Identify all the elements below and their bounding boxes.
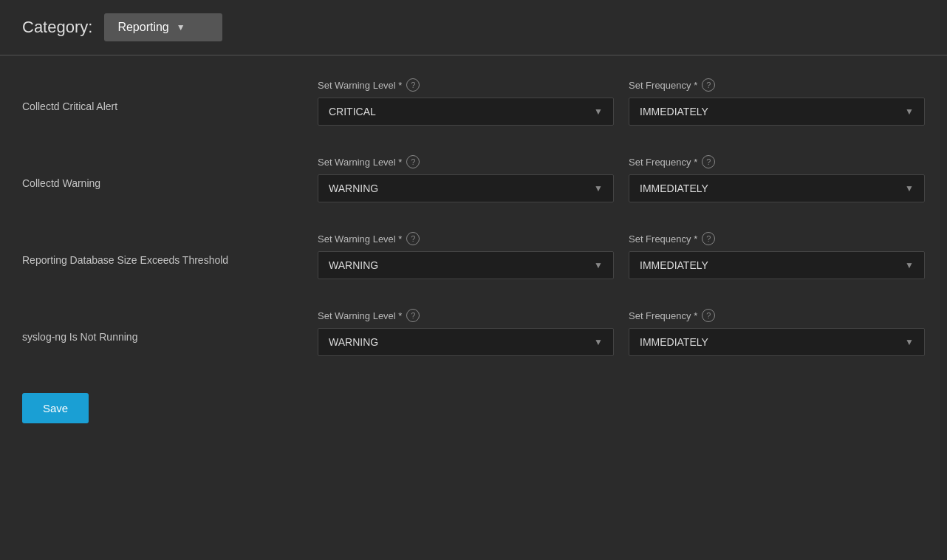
alert-name-collectd-warning: Collectd Warning [22,155,318,189]
warning-level-group-collectd-warning: Set Warning Level * ? WARNING ▼ [318,155,614,202]
frequency-help-icon-syslog-ng-not-running[interactable]: ? [702,309,715,322]
warning-level-label-reporting-db-size: Set Warning Level * ? [318,232,614,245]
frequency-label-collectd-critical-alert: Set Frequency * ? [629,78,925,92]
chevron-down-icon: ▼ [594,106,603,117]
warning-level-group-syslog-ng-not-running: Set Warning Level * ? WARNING ▼ [318,309,614,356]
alert-name-reporting-db-size: Reporting Database Size Exceeds Threshol… [22,232,318,266]
category-dropdown-label: Reporting [117,21,168,34]
warning-level-group-reporting-db-size: Set Warning Level * ? WARNING ▼ [318,232,614,279]
chevron-down-icon: ▼ [905,337,914,347]
frequency-group-collectd-critical-alert: Set Frequency * ? IMMEDIATELY ▼ [629,78,925,126]
alert-row: Collectd Warning Set Warning Level * ? W… [22,148,925,202]
warning-level-label-collectd-critical-alert: Set Warning Level * ? [318,78,614,92]
frequency-select-reporting-db-size[interactable]: IMMEDIATELY ▼ [629,251,925,279]
frequency-label-collectd-warning: Set Frequency * ? [629,155,925,168]
chevron-down-icon: ▼ [177,22,185,33]
frequency-group-reporting-db-size: Set Frequency * ? IMMEDIATELY ▼ [629,232,925,279]
warning-level-group-collectd-critical-alert: Set Warning Level * ? CRITICAL ▼ [318,78,614,126]
warning-level-label-syslog-ng-not-running: Set Warning Level * ? [318,309,614,322]
warning-level-help-icon-collectd-critical-alert[interactable]: ? [406,78,420,92]
warning-level-select-collectd-critical-alert[interactable]: CRITICAL ▼ [318,98,614,126]
frequency-value-collectd-critical-alert: IMMEDIATELY [640,106,708,117]
warning-level-select-syslog-ng-not-running[interactable]: WARNING ▼ [318,328,614,356]
warning-level-label-collectd-warning: Set Warning Level * ? [318,155,614,168]
frequency-help-icon-collectd-warning[interactable]: ? [702,155,715,168]
alert-row: Reporting Database Size Exceeds Threshol… [22,225,925,279]
chevron-down-icon: ▼ [594,183,603,194]
alert-row: syslog-ng Is Not Running Set Warning Lev… [22,301,925,356]
frequency-help-icon-reporting-db-size[interactable]: ? [702,232,715,245]
warning-level-value-syslog-ng-not-running: WARNING [329,336,378,348]
warning-level-help-icon-collectd-warning[interactable]: ? [406,155,420,168]
alert-controls-syslog-ng-not-running: Set Warning Level * ? WARNING ▼ Set Freq… [318,309,925,356]
warning-level-value-collectd-warning: WARNING [329,182,378,194]
chevron-down-icon: ▼ [905,260,914,270]
warning-level-value-collectd-critical-alert: CRITICAL [329,106,376,117]
category-label: Category: [22,18,92,37]
frequency-group-collectd-warning: Set Frequency * ? IMMEDIATELY ▼ [629,155,925,202]
warning-level-help-icon-syslog-ng-not-running[interactable]: ? [406,309,420,322]
chevron-down-icon: ▼ [594,260,603,270]
warning-level-select-collectd-warning[interactable]: WARNING ▼ [318,174,614,202]
chevron-down-icon: ▼ [905,183,914,194]
frequency-select-syslog-ng-not-running[interactable]: IMMEDIATELY ▼ [629,328,925,356]
frequency-value-syslog-ng-not-running: IMMEDIATELY [640,336,708,348]
save-button[interactable]: Save [22,393,89,423]
frequency-value-reporting-db-size: IMMEDIATELY [640,259,708,271]
page-header: Category: Reporting ▼ [0,0,947,55]
frequency-group-syslog-ng-not-running: Set Frequency * ? IMMEDIATELY ▼ [629,309,925,356]
warning-level-select-reporting-db-size[interactable]: WARNING ▼ [318,251,614,279]
alert-controls-collectd-warning: Set Warning Level * ? WARNING ▼ Set Freq… [318,155,925,202]
warning-level-value-reporting-db-size: WARNING [329,259,378,271]
category-dropdown[interactable]: Reporting ▼ [104,13,222,41]
frequency-select-collectd-critical-alert[interactable]: IMMEDIATELY ▼ [629,98,925,126]
frequency-label-syslog-ng-not-running: Set Frequency * ? [629,309,925,322]
frequency-select-collectd-warning[interactable]: IMMEDIATELY ▼ [629,174,925,202]
chevron-down-icon: ▼ [594,337,603,347]
alert-name-collectd-critical-alert: Collectd Critical Alert [22,78,318,112]
chevron-down-icon: ▼ [905,106,914,117]
alert-row: Collectd Critical Alert Set Warning Leve… [22,71,925,126]
alerts-container: Collectd Critical Alert Set Warning Leve… [22,71,925,356]
warning-level-help-icon-reporting-db-size[interactable]: ? [406,232,420,245]
alert-controls-reporting-db-size: Set Warning Level * ? WARNING ▼ Set Freq… [318,232,925,279]
frequency-value-collectd-warning: IMMEDIATELY [640,182,708,194]
alert-controls-collectd-critical-alert: Set Warning Level * ? CRITICAL ▼ Set Fre… [318,78,925,126]
main-content: Collectd Critical Alert Set Warning Leve… [0,56,947,445]
frequency-help-icon-collectd-critical-alert[interactable]: ? [702,78,715,92]
alert-name-syslog-ng-not-running: syslog-ng Is Not Running [22,309,318,343]
frequency-label-reporting-db-size: Set Frequency * ? [629,232,925,245]
